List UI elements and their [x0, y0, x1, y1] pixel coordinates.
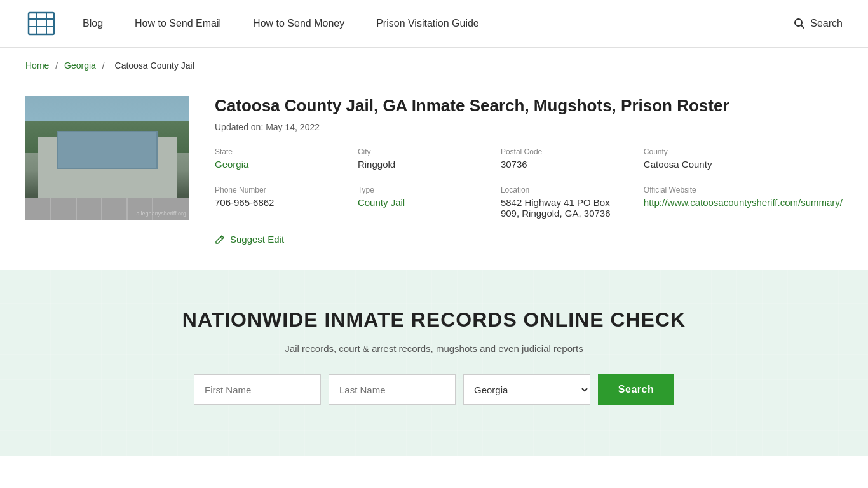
suggest-edit-link[interactable]: Suggest Edit: [215, 234, 843, 245]
search-label: Search: [810, 18, 843, 29]
info-city: City Ringgold: [358, 147, 488, 170]
records-section: NATIONWIDE INMATE RECORDS ONLINE CHECK J…: [0, 270, 868, 456]
location-value: 5842 Highway 41 PO Box 909, Ringgold, GA…: [501, 197, 631, 219]
nav-send-money[interactable]: How to Send Money: [253, 18, 344, 29]
facility-title: Catoosa County Jail, GA Inmate Search, M…: [215, 96, 843, 116]
breadcrumb-state[interactable]: Georgia: [64, 60, 96, 71]
site-header: Blog How to Send Email How to Send Money…: [0, 0, 868, 48]
breadcrumb-sep2: /: [102, 60, 107, 71]
svg-line-12: [220, 237, 222, 239]
svg-line-6: [801, 25, 804, 29]
info-type: Type County Jail: [358, 186, 488, 219]
info-grid: State Georgia City Ringgold Postal Code …: [215, 147, 843, 219]
nav-prison-guide[interactable]: Prison Visitation Guide: [376, 18, 479, 29]
info-county: County Catoosa County: [644, 147, 843, 170]
type-label: Type: [358, 186, 488, 194]
facility-updated: Updated on: May 14, 2022: [215, 122, 843, 132]
logo[interactable]: [25, 8, 57, 39]
pencil-icon: [215, 234, 225, 245]
facility-details: Catoosa County Jail, GA Inmate Search, M…: [215, 96, 843, 245]
city-label: City: [358, 147, 488, 156]
suggest-edit-label: Suggest Edit: [230, 234, 284, 245]
postal-label: Postal Code: [501, 147, 631, 156]
state-value[interactable]: Georgia: [215, 159, 248, 170]
image-credit: alleghanysheriff.org: [137, 210, 186, 217]
search-icon: [794, 18, 805, 29]
main-nav: Blog How to Send Email How to Send Money…: [83, 18, 794, 29]
city-value: Ringgold: [358, 159, 488, 170]
nav-blog[interactable]: Blog: [83, 18, 103, 29]
info-website: Official Website http://www.catoosacount…: [644, 186, 843, 219]
county-label: County: [644, 147, 843, 156]
nav-send-email[interactable]: How to Send Email: [135, 18, 221, 29]
breadcrumb-home[interactable]: Home: [25, 60, 49, 71]
info-postal: Postal Code 30736: [501, 147, 631, 170]
header-search[interactable]: Search: [794, 18, 843, 29]
breadcrumb-current: Catoosa County Jail: [115, 60, 194, 71]
location-label: Location: [501, 186, 631, 194]
records-title: NATIONWIDE INMATE RECORDS ONLINE CHECK: [25, 308, 843, 332]
main-content: alleghanysheriff.org Catoosa County Jail…: [0, 83, 868, 270]
search-button[interactable]: Search: [598, 374, 674, 405]
bg-pattern: [0, 270, 868, 456]
phone-label: Phone Number: [215, 186, 345, 194]
info-state: State Georgia: [215, 147, 345, 170]
state-label: State: [215, 147, 345, 156]
state-select[interactable]: AlabamaAlaskaArizonaArkansasCaliforniaCo…: [463, 374, 590, 405]
records-subtitle: Jail records, court & arrest records, mu…: [25, 343, 843, 354]
type-value[interactable]: County Jail: [358, 197, 405, 208]
first-name-input[interactable]: [194, 374, 321, 405]
postal-value: 30736: [501, 159, 631, 170]
breadcrumb: Home / Georgia / Catoosa County Jail: [0, 48, 868, 83]
info-phone: Phone Number 706-965-6862: [215, 186, 345, 219]
website-value[interactable]: http://www.catoosacountysheriff.com/summ…: [644, 197, 843, 208]
last-name-input[interactable]: [329, 374, 456, 405]
svg-rect-0: [29, 13, 54, 34]
info-location: Location 5842 Highway 41 PO Box 909, Rin…: [501, 186, 631, 219]
county-value: Catoosa County: [644, 159, 843, 170]
inmate-search-form: AlabamaAlaskaArizonaArkansasCaliforniaCo…: [25, 374, 843, 405]
breadcrumb-sep1: /: [55, 60, 60, 71]
facility-image: alleghanysheriff.org: [25, 96, 189, 220]
phone-value: 706-965-6862: [215, 197, 345, 208]
website-label: Official Website: [644, 186, 843, 194]
